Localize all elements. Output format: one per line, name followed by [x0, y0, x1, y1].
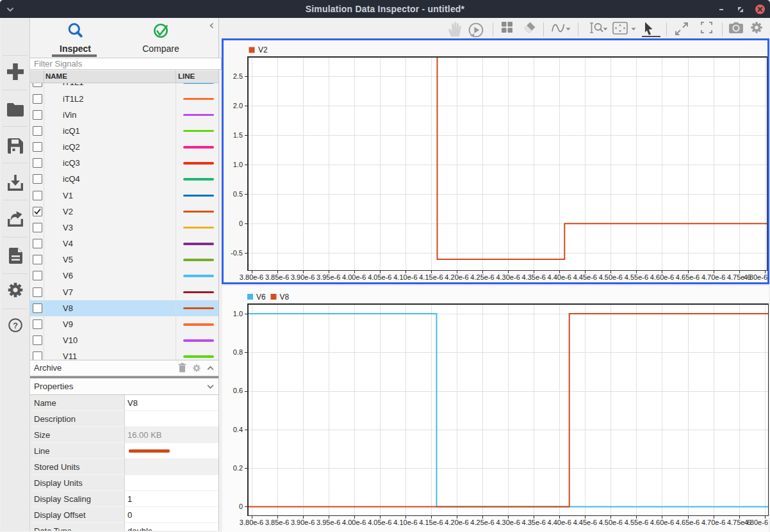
svg-text:4.35e-6: 4.35e-6	[522, 519, 546, 526]
svg-text:4.20e-6: 4.20e-6	[445, 273, 468, 281]
svg-text:-0.5: -0.5	[231, 249, 243, 257]
svg-text:2.0: 2.0	[233, 102, 243, 109]
svg-text:4.35e-6: 4.35e-6	[522, 273, 546, 281]
svg-text:4.55e-6: 4.55e-6	[625, 273, 648, 281]
svg-text:3.85e-6: 3.85e-6	[265, 519, 289, 526]
svg-text:4.65e-6: 4.65e-6	[676, 273, 700, 281]
svg-text:3.95e-6: 3.95e-6	[316, 519, 340, 526]
svg-text:0.8: 0.8	[233, 348, 243, 356]
svg-text:4.80e-6: 4.80e-6	[744, 273, 767, 281]
svg-text:4.50e-6: 4.50e-6	[599, 273, 623, 281]
svg-text:0: 0	[239, 503, 243, 510]
svg-text:4.15e-6: 4.15e-6	[419, 273, 443, 281]
svg-text:0.4: 0.4	[233, 426, 243, 433]
svg-text:4.05e-6: 4.05e-6	[368, 519, 391, 526]
svg-text:4.60e-6: 4.60e-6	[650, 273, 674, 281]
svg-text:0.6: 0.6	[233, 387, 243, 394]
svg-text:0.5: 0.5	[233, 190, 243, 198]
svg-text:4.15e-6: 4.15e-6	[419, 519, 443, 526]
svg-text:4.30e-6: 4.30e-6	[496, 273, 520, 281]
svg-text:3.80e-6: 3.80e-6	[240, 273, 263, 281]
svg-text:4.45e-6: 4.45e-6	[573, 273, 597, 281]
svg-text:4.10e-6: 4.10e-6	[393, 273, 417, 281]
svg-text:4.10e-6: 4.10e-6	[393, 519, 417, 526]
svg-text:1.0: 1.0	[233, 310, 243, 318]
svg-text:4.40e-6: 4.40e-6	[548, 273, 571, 281]
svg-text:3.80e-6: 3.80e-6	[240, 519, 263, 526]
svg-text:3.90e-6: 3.90e-6	[291, 519, 315, 526]
svg-text:2.5: 2.5	[233, 72, 243, 80]
svg-text:1.0: 1.0	[233, 161, 243, 168]
svg-text:4.65e-6: 4.65e-6	[676, 519, 700, 526]
svg-text:4.70e-6: 4.70e-6	[701, 273, 725, 281]
svg-text:V2: V2	[258, 45, 268, 54]
svg-text:4.25e-6: 4.25e-6	[470, 273, 494, 281]
svg-text:4.00e-6: 4.00e-6	[342, 273, 366, 281]
svg-text:V8: V8	[280, 293, 290, 302]
svg-text:V6: V6	[256, 293, 266, 302]
svg-text:4.60e-6: 4.60e-6	[650, 519, 674, 526]
svg-text:4.80e-6: 4.80e-6	[744, 519, 768, 526]
svg-text:4.70e-6: 4.70e-6	[701, 519, 725, 526]
svg-text:4.05e-6: 4.05e-6	[368, 273, 391, 281]
svg-text:3.85e-6: 3.85e-6	[265, 273, 289, 281]
svg-text:4.45e-6: 4.45e-6	[573, 519, 597, 526]
svg-text:0.2: 0.2	[233, 464, 243, 472]
svg-text:1.5: 1.5	[233, 131, 243, 139]
svg-text:4.55e-6: 4.55e-6	[625, 519, 648, 526]
svg-text:0: 0	[239, 220, 243, 227]
svg-text:4.00e-6: 4.00e-6	[342, 519, 366, 526]
svg-text:4.20e-6: 4.20e-6	[445, 519, 468, 526]
svg-text:4.40e-6: 4.40e-6	[548, 519, 571, 526]
svg-text:4.50e-6: 4.50e-6	[599, 519, 623, 526]
svg-text:3.95e-6: 3.95e-6	[316, 273, 340, 281]
svg-text:?: ?	[13, 321, 18, 330]
svg-text:4.30e-6: 4.30e-6	[496, 519, 520, 526]
svg-text:3.90e-6: 3.90e-6	[291, 273, 315, 281]
svg-text:4.25e-6: 4.25e-6	[470, 519, 494, 526]
